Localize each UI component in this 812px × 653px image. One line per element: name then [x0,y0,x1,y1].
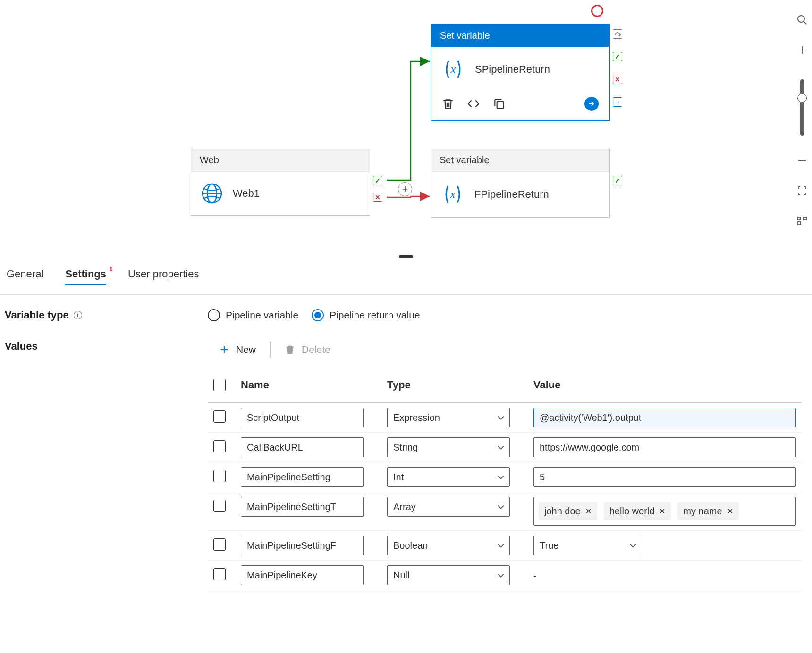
value-input[interactable] [533,408,796,427]
activity-node-spipelinereturn[interactable]: Set variable x SPipelineReturn [431,24,610,121]
name-input[interactable] [241,497,364,517]
status-failure-icon[interactable]: ✕ [613,75,622,84]
row-checkbox[interactable] [213,538,226,551]
radio-unchecked-icon [208,309,220,321]
table-header-row: Name Type Value [208,368,802,403]
row-checkbox[interactable] [213,470,226,482]
radio-checked-icon [312,309,324,321]
remove-tag-icon[interactable]: ✕ [659,507,665,516]
array-tag: my name ✕ [677,502,738,520]
activity-name: Web1 [233,187,260,200]
table-row: - [208,561,802,590]
row-checkbox[interactable] [213,410,226,423]
column-header-name[interactable]: Name [235,368,381,403]
type-dropdown[interactable] [387,467,510,487]
values-toolbar: New Delete [208,340,807,359]
status-completion-icon[interactable]: → [613,97,622,107]
delete-button[interactable]: Delete [273,340,342,359]
type-value[interactable] [387,467,510,487]
pane-drag-handle[interactable] [399,255,413,258]
row-checkbox[interactable] [213,568,226,580]
svg-rect-13 [798,217,801,220]
layout-icon[interactable] [796,215,808,226]
values-label: Values [5,340,208,352]
type-value[interactable] [387,497,510,517]
add-branch-button[interactable]: + [398,182,412,196]
pipeline-canvas[interactable]: Web Web1 ✓ ✕ + Set variable x SPipelineR… [0,0,812,259]
table-row [208,531,802,561]
type-dropdown[interactable] [387,536,510,555]
activity-name: SPipelineReturn [475,63,550,75]
type-dropdown[interactable] [387,437,510,457]
activity-type-label: Set variable [431,149,609,172]
name-input[interactable] [241,437,364,457]
breakpoint-indicator[interactable] [591,5,603,17]
delete-icon[interactable] [442,98,454,110]
copy-icon[interactable] [493,98,505,110]
type-value[interactable] [387,536,510,555]
name-input[interactable] [241,565,364,585]
name-input[interactable] [241,536,364,555]
activity-node-fpipelinereturn[interactable]: Set variable x FPipelineReturn [431,149,610,218]
status-success-icon[interactable]: ✓ [613,176,622,185]
null-value-placeholder: - [533,565,796,581]
new-button[interactable]: New [208,340,267,359]
toolbar-divider [270,342,271,358]
status-success-icon[interactable]: ✓ [373,176,382,185]
name-input[interactable] [241,467,364,487]
value-input[interactable] [533,467,796,487]
row-checkbox[interactable] [213,500,226,512]
variable-type-label: Variable type i [5,309,208,321]
info-icon[interactable]: i [74,311,82,319]
activity-node-web1[interactable]: Web Web1 [191,149,370,216]
svg-text:x: x [450,62,456,76]
svg-rect-6 [497,102,504,109]
settings-panel: Variable type i Pipeline variable Pipeli… [0,295,812,595]
variable-type-radio-group: Pipeline variable Pipeline return value [208,309,420,321]
column-header-type[interactable]: Type [381,368,528,403]
table-row [208,433,802,462]
status-success-icon[interactable]: ✓ [613,52,622,61]
value-dropdown-value[interactable] [533,536,642,555]
tab-user-properties[interactable]: User properties [128,268,199,285]
remove-tag-icon[interactable]: ✕ [727,507,733,516]
activity-type-label: Set variable [431,25,609,47]
zoom-out-icon[interactable] [796,155,808,166]
tab-general[interactable]: General [7,268,43,285]
tab-settings-badge: 1 [109,265,113,273]
search-icon[interactable] [796,14,808,25]
row-checkbox[interactable] [213,440,226,452]
type-value[interactable] [387,437,510,457]
zoom-slider[interactable] [800,79,804,136]
zoom-slider-thumb[interactable] [797,93,807,103]
values-table: Name Type Value john doe ✕ hello world ✕… [208,368,802,590]
status-failure-icon[interactable]: ✕ [373,193,382,202]
zoom-in-icon[interactable] [796,44,808,56]
table-row [208,403,802,433]
column-header-value[interactable]: Value [528,368,802,403]
code-icon[interactable] [467,98,480,110]
svg-point-8 [798,16,804,22]
run-next-button[interactable] [584,97,599,111]
type-dropdown[interactable] [387,497,510,517]
type-dropdown[interactable] [387,565,510,585]
value-input[interactable] [533,437,796,457]
svg-text:x: x [449,187,456,201]
type-value[interactable] [387,408,510,427]
type-value[interactable] [387,565,510,585]
name-input[interactable] [241,408,364,427]
remove-tag-icon[interactable]: ✕ [585,507,592,516]
status-skip-icon[interactable] [613,29,622,39]
radio-pipeline-return-value[interactable]: Pipeline return value [312,309,420,321]
select-all-checkbox[interactable] [213,379,226,391]
svg-rect-15 [798,222,801,225]
canvas-toolbar [792,14,812,226]
fit-to-screen-icon[interactable] [796,185,808,196]
array-value-input[interactable]: john doe ✕ hello world ✕ my name ✕ [533,497,796,526]
properties-tabs: General Settings 1 User properties [0,259,812,294]
tab-settings[interactable]: Settings 1 [65,268,106,285]
type-dropdown[interactable] [387,408,510,427]
variable-icon: x [441,183,464,206]
value-dropdown[interactable] [533,536,642,555]
radio-pipeline-variable[interactable]: Pipeline variable [208,309,298,321]
